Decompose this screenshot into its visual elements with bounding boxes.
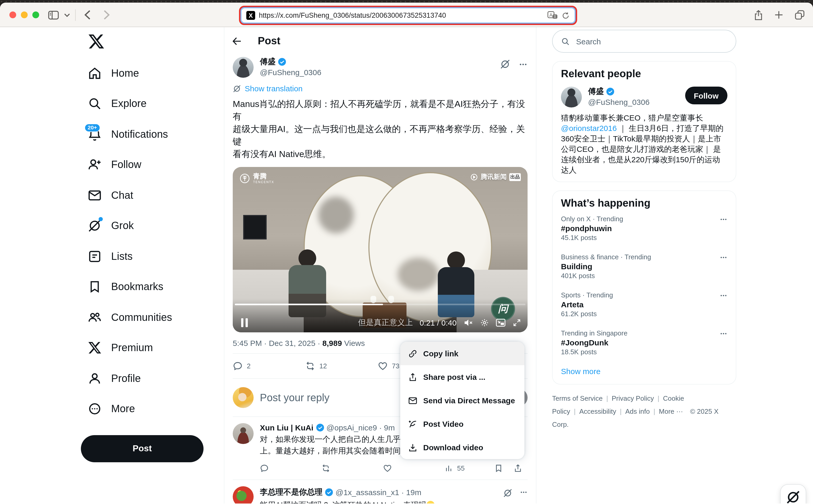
trend-item[interactable]: Trending in Singapore #JoongDunk 18.5K p…: [561, 323, 727, 362]
reply-author-name[interactable]: Xun Liu | KuAi: [260, 423, 313, 432]
video-player[interactable]: 青腾TENCENTX 腾讯新闻 出品 问 但是真正意义上: [233, 167, 528, 332]
sidebar-item-home[interactable]: Home: [81, 58, 224, 88]
user-avatar[interactable]: [233, 387, 254, 408]
minimize-window-button[interactable]: [21, 11, 28, 18]
pause-icon[interactable]: [241, 318, 248, 327]
reload-icon[interactable]: [561, 11, 570, 20]
sidebar-item-more[interactable]: More: [81, 394, 224, 424]
repost-button[interactable]: 12: [305, 361, 378, 371]
show-translation-link[interactable]: Show translation: [245, 84, 303, 93]
sidebar-item-explore[interactable]: Explore: [81, 88, 224, 119]
avatar[interactable]: [233, 423, 254, 444]
sidebar-item-premium[interactable]: Premium: [81, 333, 224, 363]
post-button[interactable]: Post: [81, 435, 204, 462]
trend-more-icon[interactable]: [720, 292, 727, 299]
new-tab-icon[interactable]: [774, 10, 783, 19]
bio-mention-link[interactable]: @orionstar2016: [561, 124, 617, 133]
feather-plus-icon: [408, 419, 417, 429]
video-progress-bar[interactable]: [235, 304, 525, 305]
forward-button[interactable]: [103, 10, 110, 20]
menu-item-download-video[interactable]: Download video: [400, 436, 524, 459]
back-button[interactable]: [84, 10, 91, 20]
translate-icon[interactable]: A文: [547, 11, 558, 20]
bookmark-icon: [88, 280, 102, 294]
author-name[interactable]: 傅盛: [260, 57, 276, 67]
repost-button[interactable]: [321, 464, 383, 472]
video-progress-fill: [235, 304, 383, 305]
sidebar-item-notifications[interactable]: 20+ Notifications: [81, 119, 224, 149]
reply-author-name[interactable]: 李总理不是你总理: [260, 487, 322, 497]
notifications-badge: 20+: [85, 124, 100, 132]
mute-icon[interactable]: [463, 318, 473, 327]
trend-more-icon[interactable]: [720, 254, 727, 261]
footer-link[interactable]: More ···: [659, 407, 683, 415]
follow-button[interactable]: Follow: [685, 87, 727, 104]
sidebar-item-follow[interactable]: Follow: [81, 149, 224, 180]
like-button[interactable]: [383, 464, 445, 472]
footer-link[interactable]: Ads info: [625, 407, 650, 415]
trend-item[interactable]: Sports · Trending Arteta 61.2K posts: [561, 285, 727, 323]
post-more-icon[interactable]: [519, 60, 528, 69]
show-more-link[interactable]: Show more: [561, 367, 727, 378]
trend-more-icon[interactable]: [720, 215, 727, 223]
avatar[interactable]: [233, 486, 254, 503]
grok-floating-button[interactable]: [780, 484, 806, 503]
browser-toolbar: X https://x.com/FuSheng_0306/status/2006…: [0, 3, 813, 27]
grok-actions-icon[interactable]: [503, 488, 512, 498]
avatar[interactable]: [233, 57, 254, 78]
fullscreen-icon[interactable]: [512, 318, 521, 327]
views-button[interactable]: 55: [445, 464, 465, 472]
avatar[interactable]: [561, 87, 582, 107]
user-name[interactable]: 傅盛: [588, 87, 604, 97]
menu-item-share-post-via[interactable]: Share post via ...: [400, 365, 524, 389]
reply-author-meta[interactable]: @opsAi_nice9 · 9m: [326, 423, 395, 432]
footer-link[interactable]: Accessibility: [579, 407, 616, 415]
show-translation-row[interactable]: Show translation: [233, 84, 528, 93]
post-more-icon[interactable]: [520, 488, 528, 498]
page-title: Post: [258, 35, 280, 47]
verified-badge-icon: [315, 423, 324, 432]
reply-button[interactable]: 2: [233, 361, 305, 371]
footer-link[interactable]: Terms of Service: [552, 394, 603, 402]
sidebar-item-grok[interactable]: Grok: [81, 211, 224, 241]
sidebar-toggle-icon[interactable]: [48, 10, 59, 20]
window-controls[interactable]: [9, 11, 39, 18]
reply-button[interactable]: [260, 464, 321, 472]
sidebar-item-bookmarks[interactable]: Bookmarks: [81, 272, 224, 302]
tab-overview-icon[interactable]: [795, 10, 805, 20]
pip-icon[interactable]: [496, 318, 506, 327]
sidebar-label: Communities: [111, 311, 172, 323]
sidebar-item-lists[interactable]: Lists: [81, 241, 224, 272]
footer-link[interactable]: Privacy Policy: [612, 394, 654, 402]
search-icon: [88, 97, 102, 111]
download-icon: [408, 443, 417, 452]
trend-item[interactable]: Only on X · Trending #pondphuwin 45.1K p…: [561, 209, 727, 247]
menu-item-post-video[interactable]: Post Video: [400, 412, 524, 436]
close-window-button[interactable]: [9, 11, 16, 18]
sidebar-item-chat[interactable]: Chat: [81, 180, 224, 211]
url-annotation-highlight: X https://x.com/FuSheng_0306/status/2006…: [239, 6, 577, 25]
user-handle[interactable]: @FuSheng_0306: [588, 98, 681, 106]
zoom-window-button[interactable]: [32, 11, 39, 18]
url-text[interactable]: https://x.com/FuSheng_0306/status/200630…: [259, 11, 544, 19]
reply-item[interactable]: 李总理不是你总理 @1x_assassin_x1 · 19m: [233, 480, 528, 503]
trend-more-icon[interactable]: [720, 330, 727, 338]
settings-gear-icon[interactable]: [480, 318, 489, 327]
search-box[interactable]: Search: [552, 30, 736, 53]
trend-item[interactable]: Business & finance · Trending Building 4…: [561, 247, 727, 285]
bookmark-button[interactable]: [494, 464, 503, 472]
address-bar[interactable]: X https://x.com/FuSheng_0306/status/2006…: [242, 8, 575, 22]
grok-actions-icon[interactable]: [500, 59, 510, 69]
sidebar-item-profile[interactable]: Profile: [81, 363, 224, 394]
share-button[interactable]: [513, 464, 522, 472]
chevron-down-icon[interactable]: [64, 13, 70, 17]
grok-icon: [88, 219, 102, 233]
author-handle[interactable]: @FuSheng_0306: [260, 68, 500, 77]
menu-item-copy-link[interactable]: Copy link: [400, 342, 524, 365]
menu-item-send-dm[interactable]: Send via Direct Message: [400, 389, 524, 412]
back-arrow-icon[interactable]: [232, 36, 242, 46]
sidebar-item-communities[interactable]: Communities: [81, 302, 224, 333]
share-page-icon[interactable]: [754, 10, 763, 20]
x-logo[interactable]: [88, 33, 105, 50]
reply-author-meta[interactable]: @1x_assassin_x1 · 19m: [336, 488, 421, 496]
